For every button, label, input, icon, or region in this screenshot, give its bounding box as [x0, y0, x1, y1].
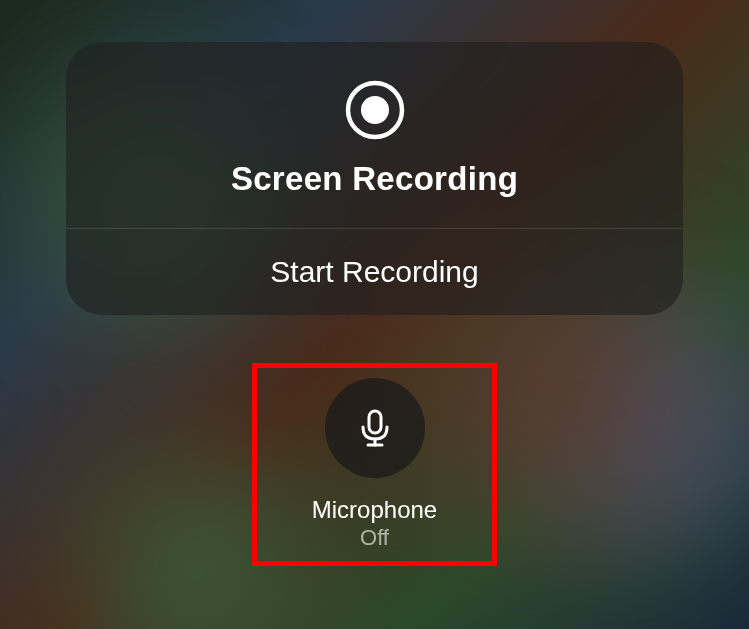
microphone-icon — [352, 405, 398, 451]
microphone-status: Off — [360, 525, 389, 551]
record-icon — [345, 80, 405, 140]
microphone-label: Microphone — [312, 496, 437, 524]
panel-title: Screen Recording — [231, 160, 518, 198]
panel-header: Screen Recording — [66, 42, 683, 228]
microphone-section: Microphone Off — [252, 363, 497, 566]
screen-recording-panel: Screen Recording Start Recording — [66, 42, 683, 315]
svg-point-1 — [361, 96, 389, 124]
control-center-overlay: Screen Recording Start Recording Microph… — [0, 0, 749, 629]
start-recording-button[interactable]: Start Recording — [66, 229, 683, 315]
microphone-toggle-button[interactable] — [325, 378, 425, 478]
svg-rect-2 — [369, 411, 381, 433]
start-recording-label: Start Recording — [270, 255, 478, 289]
